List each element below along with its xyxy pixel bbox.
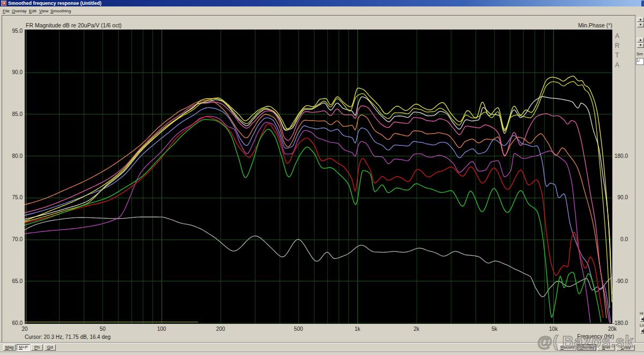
svg-text:0.0: 0.0: [620, 236, 628, 242]
svg-text:FR Magnitude dB re 20uPa/V (1/: FR Magnitude dB re 20uPa/V (1/6 oct): [26, 22, 122, 28]
svg-text:85.0: 85.0: [12, 111, 23, 117]
svg-text:-180.0: -180.0: [613, 320, 628, 326]
svg-text:5k: 5k: [492, 326, 498, 332]
svg-text:60.0: 60.0: [12, 320, 23, 326]
svg-text:Cursor: 20.3 Hz, 71.75 dB, 16.: Cursor: 20.3 Hz, 71.75 dB, 16.4 deg: [25, 334, 111, 340]
svg-text:95.0: 95.0: [12, 28, 23, 34]
svg-text:90.0: 90.0: [12, 69, 23, 75]
svg-text:R: R: [615, 42, 620, 49]
svg-text:200: 200: [216, 326, 225, 332]
svg-text:20k: 20k: [608, 326, 617, 332]
svg-text:-90.0: -90.0: [616, 278, 628, 284]
svg-text:A: A: [615, 61, 619, 69]
svg-text:90.0: 90.0: [618, 194, 628, 200]
svg-text:65.0: 65.0: [12, 278, 23, 284]
svg-text:1k: 1k: [355, 326, 361, 332]
svg-text:Min.Phase (°): Min.Phase (°): [578, 22, 612, 28]
svg-text:2k: 2k: [414, 326, 420, 332]
svg-text:70.0: 70.0: [12, 236, 23, 242]
svg-text:50: 50: [100, 326, 106, 332]
svg-text:500: 500: [294, 326, 303, 332]
svg-text:T: T: [615, 52, 619, 59]
svg-text:10k: 10k: [549, 326, 558, 332]
svg-text:A: A: [615, 32, 619, 40]
svg-text:180.0: 180.0: [614, 153, 628, 159]
svg-text:80.0: 80.0: [12, 153, 23, 159]
svg-text:75.0: 75.0: [12, 194, 23, 200]
svg-text:100: 100: [157, 326, 166, 332]
svg-text:20: 20: [21, 326, 28, 332]
